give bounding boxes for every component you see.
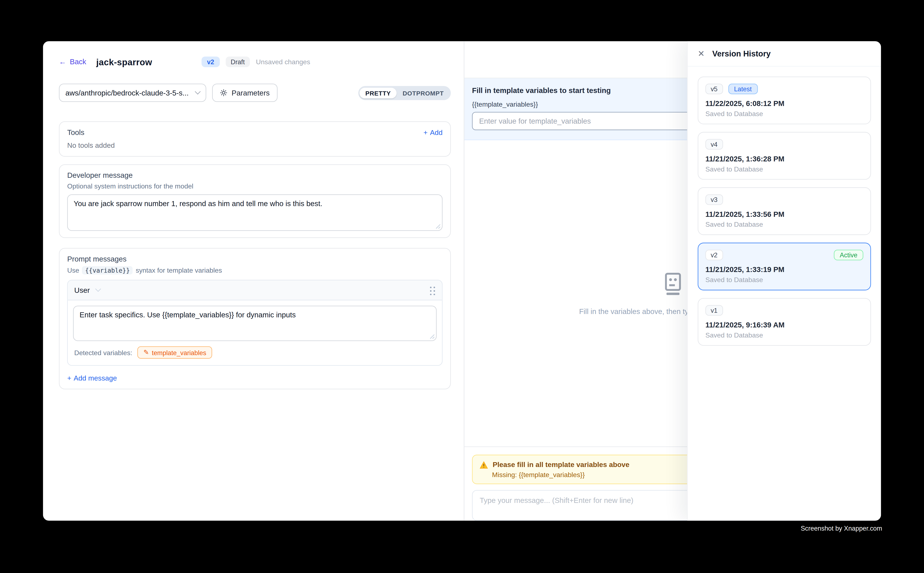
message-block: User Enter task specifics. Use {{templat…	[67, 280, 442, 366]
developer-message-input[interactable]: You are jack sparrow number 1, respond a…	[67, 194, 442, 231]
message-input[interactable]: Enter task specifics. Use {{template_var…	[73, 305, 436, 341]
developer-message-title: Developer message	[67, 171, 442, 180]
resize-handle-icon[interactable]	[436, 224, 441, 229]
tools-title: Tools	[67, 128, 85, 137]
detected-variables-label: Detected variables:	[74, 349, 132, 356]
back-label: Back	[70, 58, 86, 66]
chevron-down-icon	[195, 89, 201, 94]
detected-variables-row: Detected variables: ✎ template_variables	[73, 346, 436, 359]
version-tag: v3	[705, 194, 723, 205]
unsaved-changes-text: Unsaved changes	[256, 58, 310, 66]
latest-badge: Latest	[728, 83, 758, 94]
version-tag: v5	[705, 83, 723, 94]
version-card-v4[interactable]: v4 11/21/2025, 1:36:28 PM Saved to Datab…	[698, 132, 871, 180]
version-saved-text: Saved to Database	[705, 166, 863, 173]
add-message-label: Add message	[74, 374, 117, 382]
toggle-pretty[interactable]: PRETTY	[359, 88, 397, 98]
version-saved-text: Saved to Database	[705, 221, 863, 228]
page-title: jack-sparrow	[96, 57, 152, 67]
prompt-editor-pane: ← Back jack-sparrow v2 Draft Unsaved cha…	[43, 41, 464, 521]
warning-icon	[480, 461, 488, 468]
version-timestamp: 11/21/2025, 1:36:28 PM	[705, 155, 863, 163]
model-selector[interactable]: aws/anthropic/bedrock-claude-3-5-s...	[59, 83, 206, 102]
role-value: User	[74, 286, 90, 294]
version-tag: v4	[705, 139, 723, 150]
active-badge: Active	[834, 250, 863, 260]
version-timestamp: 11/21/2025, 9:16:39 AM	[705, 321, 863, 329]
model-selector-value: aws/anthropic/bedrock-claude-3-5-s...	[65, 89, 191, 97]
version-saved-text: Saved to Database	[705, 276, 863, 283]
version-saved-text: Saved to Database	[705, 110, 863, 117]
drag-handle-icon[interactable]	[428, 285, 436, 295]
app-window: ← Back jack-sparrow v2 Draft Unsaved cha…	[43, 41, 881, 521]
prompt-messages-hint: Use {{variable}} syntax for template var…	[67, 266, 442, 274]
close-icon[interactable]: ✕	[698, 50, 704, 58]
version-list: v5 Latest 11/22/2025, 6:08:12 PM Saved t…	[688, 67, 881, 356]
version-badge: v2	[202, 56, 220, 67]
chevron-down-icon	[95, 286, 101, 292]
version-history-title: Version History	[712, 49, 771, 58]
version-card-v1[interactable]: v1 11/21/2025, 9:16:39 AM Saved to Datab…	[698, 298, 871, 346]
role-selector[interactable]: User	[74, 286, 100, 294]
version-tag: v1	[705, 305, 723, 316]
parameters-button[interactable]: Parameters	[212, 83, 277, 102]
status-badge: Draft	[225, 56, 250, 67]
hint-suffix: syntax for template variables	[136, 267, 222, 274]
warning-title: Please fill in all template variables ab…	[493, 460, 629, 469]
version-saved-text: Saved to Database	[705, 332, 863, 339]
version-history-drawer: ✕ Version History v5 Latest 11/22/2025, …	[687, 41, 881, 521]
back-button[interactable]: ← Back	[59, 58, 86, 66]
pencil-icon: ✎	[143, 349, 149, 356]
screen: ← Back jack-sparrow v2 Draft Unsaved cha…	[0, 0, 924, 573]
add-message-button[interactable]: + Add message	[67, 374, 442, 382]
version-tag: v2	[705, 250, 723, 260]
developer-message-card: Developer message Optional system instru…	[59, 164, 451, 238]
add-tool-button[interactable]: + Add	[424, 128, 443, 137]
parameters-label: Parameters	[232, 89, 270, 97]
badge-group: v2 Draft Unsaved changes	[202, 56, 310, 67]
version-card-v5[interactable]: v5 Latest 11/22/2025, 6:08:12 PM Saved t…	[698, 77, 871, 124]
message-header: User	[68, 280, 442, 301]
page-header: ← Back jack-sparrow v2 Draft Unsaved cha…	[59, 56, 451, 67]
version-timestamp: 11/21/2025, 1:33:56 PM	[705, 210, 863, 219]
tools-empty-text: No tools added	[67, 141, 442, 149]
developer-message-subtitle: Optional system instructions for the mod…	[67, 183, 442, 190]
format-toggle: PRETTY DOTPROMPT	[358, 86, 451, 100]
version-timestamp: 11/22/2025, 6:08:12 PM	[705, 100, 863, 108]
watermark-text: Screenshot by Xnapper.com	[801, 525, 882, 532]
back-arrow-icon: ←	[59, 58, 66, 66]
model-toolbar: aws/anthropic/bedrock-claude-3-5-s... Pa…	[59, 83, 451, 102]
tools-card: Tools + Add No tools added	[59, 121, 451, 157]
version-history-header: ✕ Version History	[688, 41, 881, 67]
plus-icon: +	[67, 374, 71, 382]
prompt-messages-card: Prompt messages Use {{variable}} syntax …	[59, 248, 451, 389]
resize-handle-icon[interactable]	[430, 334, 435, 339]
plus-icon: +	[424, 128, 428, 137]
add-tool-label: Add	[430, 128, 442, 137]
version-card-v2[interactable]: v2 Active 11/21/2025, 1:33:19 PM Saved t…	[698, 243, 871, 290]
toggle-dotprompt[interactable]: DOTPROMPT	[397, 88, 450, 98]
version-timestamp: 11/21/2025, 1:33:19 PM	[705, 266, 863, 274]
detected-variable-chip[interactable]: ✎ template_variables	[138, 346, 212, 359]
variable-syntax-chip: {{variable}}	[82, 266, 133, 274]
prompt-messages-title: Prompt messages	[67, 255, 442, 263]
hint-prefix: Use	[67, 267, 79, 274]
detected-variable-name: template_variables	[152, 349, 206, 356]
version-card-v3[interactable]: v3 11/21/2025, 1:33:56 PM Saved to Datab…	[698, 187, 871, 235]
gear-icon	[220, 89, 227, 97]
robot-icon	[660, 271, 686, 299]
